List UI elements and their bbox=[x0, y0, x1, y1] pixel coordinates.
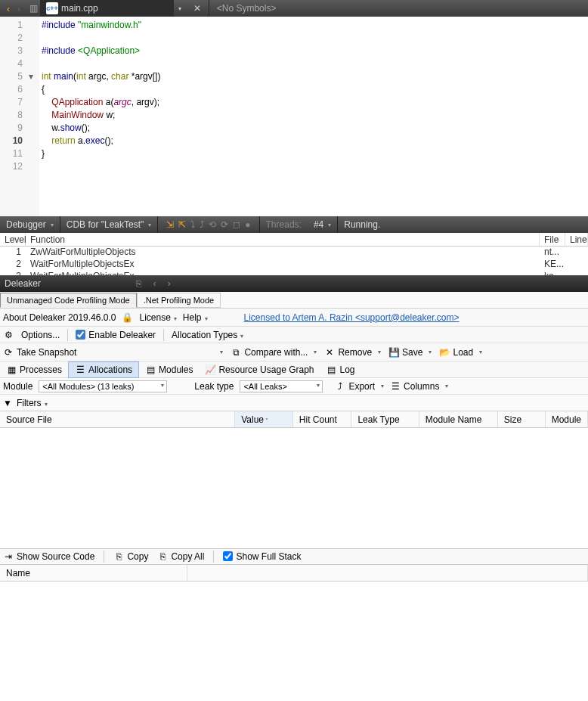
col-module[interactable]: Module bbox=[546, 411, 588, 427]
allocations-icon: ☰ bbox=[75, 364, 85, 375]
leaktype-filter-dropdown[interactable]: <All Leaks> bbox=[240, 380, 323, 392]
file-tab[interactable]: c++ main.cpp bbox=[40, 0, 174, 17]
dbg-icon-7[interactable]: ◻ bbox=[233, 219, 240, 230]
profiling-mode-tabs: Unmanaged Code Profiling Mode .Net Profi… bbox=[0, 292, 588, 309]
leaktype-label: Leak type bbox=[194, 381, 234, 392]
show-full-stack-checkbox[interactable]: Show Full Stack bbox=[223, 551, 301, 562]
pin-icon[interactable]: ⎘ bbox=[136, 278, 141, 289]
enable-deleaker-checkbox[interactable]: Enable Deleaker bbox=[76, 330, 156, 340]
save-dropdown[interactable]: 💾 Save bbox=[388, 347, 432, 358]
help-dropdown[interactable]: Help bbox=[183, 312, 208, 323]
col-level[interactable]: Level bbox=[0, 233, 26, 246]
source-icon: ⇥ bbox=[3, 551, 14, 562]
symbols-dropdown[interactable]: <No Symbols> bbox=[209, 0, 277, 17]
dbg-icon-5[interactable]: ⟲ bbox=[209, 219, 216, 230]
remove-icon: ✕ bbox=[324, 347, 335, 358]
callstack-body[interactable] bbox=[0, 582, 588, 702]
compare-icon: ⧉ bbox=[231, 347, 241, 358]
thread-selector[interactable]: #4 bbox=[308, 216, 337, 233]
filters-bar: ▼ Filters bbox=[0, 395, 588, 411]
stack-header: Level Function File Line bbox=[0, 233, 588, 247]
nav-back-icon[interactable]: ‹ bbox=[3, 3, 14, 14]
remove-dropdown[interactable]: ✕ Remove bbox=[324, 347, 381, 358]
dbg-icon-3[interactable]: ⤵ bbox=[190, 219, 195, 230]
filters-dropdown[interactable]: Filters bbox=[17, 398, 48, 408]
tab-processes[interactable]: ▦Processes bbox=[0, 362, 68, 377]
prev-icon[interactable]: ‹ bbox=[153, 278, 156, 289]
callstack-header: Name bbox=[0, 565, 588, 582]
dbg-icon-4[interactable]: ⤴ bbox=[200, 219, 204, 230]
about-toolbar: About Deleaker 2019.46.0.0 🔒 License Hel… bbox=[0, 309, 588, 327]
step-in-icon[interactable]: ⇲ bbox=[166, 219, 174, 230]
col-file[interactable]: File bbox=[540, 233, 565, 246]
col-size[interactable]: Size bbox=[498, 411, 546, 427]
nav-forward-icon[interactable]: › bbox=[14, 3, 24, 14]
col-leak-type[interactable]: Leak Type bbox=[351, 411, 419, 427]
copy-all-button[interactable]: ⎘ Copy All bbox=[157, 551, 204, 562]
tab-rug[interactable]: 📈Resource Usage Graph bbox=[199, 362, 320, 377]
allocation-types-dropdown[interactable]: Allocation Types bbox=[172, 330, 243, 340]
license-dropdown[interactable]: License bbox=[139, 312, 176, 323]
columns-dropdown[interactable]: ☰ Columns bbox=[390, 381, 448, 392]
col-name-rest[interactable] bbox=[187, 565, 588, 581]
col-value[interactable]: Value bbox=[235, 411, 293, 427]
split-icon[interactable]: ▥ bbox=[29, 3, 38, 14]
cpp-file-icon: c++ bbox=[46, 2, 58, 14]
col-function[interactable]: Function bbox=[26, 233, 540, 246]
tab-allocations[interactable]: ☰Allocations bbox=[68, 361, 139, 378]
tab-modules[interactable]: ▤Modules bbox=[139, 362, 199, 377]
editor-tabbar: ‹ › ▥ c++ main.cpp ▾ ✕ <No Symbols> bbox=[0, 0, 588, 17]
tab-unmanaged-mode[interactable]: Unmanaged Code Profiling Mode bbox=[0, 293, 137, 308]
export-icon: ⤴ bbox=[335, 381, 345, 392]
col-source-file[interactable]: Source File bbox=[0, 411, 235, 427]
debugger-config-dropdown[interactable]: CDB for "LeakTest" bbox=[60, 216, 158, 233]
debugger-status: Running. bbox=[338, 216, 386, 233]
snapshot-selector[interactable]: ▾ bbox=[220, 349, 223, 355]
next-icon[interactable]: › bbox=[168, 278, 171, 289]
results-body[interactable] bbox=[0, 428, 588, 548]
tab-net-mode[interactable]: .Net Profiling Mode bbox=[137, 293, 221, 308]
module-label: Module bbox=[3, 381, 32, 392]
options-icon: ⚙ bbox=[3, 330, 14, 340]
options-button[interactable]: Options... bbox=[21, 330, 60, 340]
dbg-icon-6[interactable]: ⟳ bbox=[221, 219, 228, 230]
log-icon: ▤ bbox=[326, 364, 337, 375]
line-number-gutter: 123456789101112 bbox=[0, 17, 29, 216]
code-editor[interactable]: 123456789101112 ▾ #include "mainwindow.h… bbox=[0, 17, 588, 216]
module-filter-dropdown[interactable]: <All Modules> (13 leaks) bbox=[39, 380, 167, 392]
show-source-button[interactable]: ⇥ Show Source Code bbox=[3, 551, 94, 562]
col-name[interactable]: Name bbox=[0, 565, 187, 581]
load-dropdown[interactable]: 📂 Load bbox=[439, 347, 482, 358]
copy-icon: ⎘ bbox=[113, 551, 124, 562]
col-module-name[interactable]: Module Name bbox=[419, 411, 498, 427]
dbg-icon-8[interactable]: ● bbox=[245, 219, 250, 230]
close-tab-icon[interactable]: ✕ bbox=[186, 3, 209, 14]
snapshot-icon: ⟳ bbox=[3, 347, 14, 358]
compare-with-dropdown[interactable]: ⧉ Compare with... bbox=[231, 347, 317, 358]
copy-button[interactable]: ⎘ Copy bbox=[113, 551, 148, 562]
graph-icon: 📈 bbox=[205, 364, 215, 375]
tab-dropdown-icon[interactable]: ▾ bbox=[174, 5, 186, 12]
tab-log[interactable]: ▤Log bbox=[320, 362, 361, 377]
col-hit-count[interactable]: Hit Count bbox=[293, 411, 352, 427]
col-line[interactable]: Line bbox=[565, 233, 588, 246]
stack-row[interactable]: 2WaitForMultipleObjectsExKE... bbox=[0, 259, 588, 271]
lock-icon: 🔒 bbox=[122, 312, 133, 323]
fold-column[interactable]: ▾ bbox=[29, 17, 39, 216]
options-toolbar: ⚙ Options... Enable Deleaker Allocation … bbox=[0, 327, 588, 343]
step-over-icon[interactable]: ⇱ bbox=[178, 219, 186, 230]
export-dropdown[interactable]: ⤴ Export bbox=[335, 381, 384, 392]
code-area[interactable]: #include "mainwindow.h" #include <QAppli… bbox=[39, 17, 588, 216]
save-icon: 💾 bbox=[388, 347, 399, 358]
threads-label: Threads: bbox=[260, 216, 308, 233]
about-label: About Deleaker 2019.46.0.0 bbox=[3, 312, 116, 323]
file-tab-label: main.cpp bbox=[61, 3, 98, 14]
modules-icon: ▤ bbox=[145, 364, 156, 375]
stack-rows[interactable]: 1ZwWaitForMultipleObjectsnt...2WaitForMu… bbox=[0, 247, 588, 275]
debugger-dropdown[interactable]: Debugger bbox=[0, 216, 60, 233]
take-snapshot-button[interactable]: ⟳ Take Snapshot bbox=[3, 347, 76, 358]
stack-row[interactable]: 1ZwWaitForMultipleObjectsnt... bbox=[0, 247, 588, 259]
licensed-to-link[interactable]: Licensed to Artem A. Razin <support@dele… bbox=[244, 312, 460, 323]
columns-icon: ☰ bbox=[390, 381, 401, 392]
module-filter-bar: Module <All Modules> (13 leaks) Leak typ… bbox=[0, 378, 588, 395]
